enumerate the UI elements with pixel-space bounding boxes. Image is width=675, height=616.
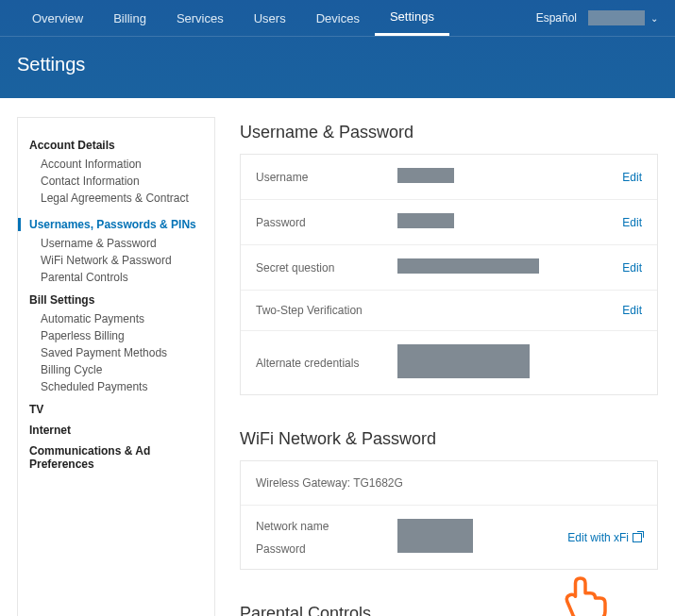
label-wireless-gateway: Wireless Gateway:: [256, 476, 350, 490]
edit-username-link[interactable]: Edit: [622, 171, 642, 184]
section-title-wifi: WiFi Network & Password: [240, 429, 658, 449]
sidebar-head-bill-settings[interactable]: Bill Settings: [29, 293, 203, 307]
label-password: Password: [256, 216, 397, 229]
user-name-redacted: [588, 10, 645, 25]
sidebar-link-wifi-network-password[interactable]: WiFi Network & Password: [29, 252, 203, 269]
value-username-redacted: [397, 168, 454, 183]
edit-password-link[interactable]: Edit: [622, 216, 642, 229]
value-wireless-gateway-model: TG1682G: [353, 476, 403, 490]
chevron-down-icon[interactable]: ⌄: [650, 13, 658, 24]
value-password-redacted: [397, 213, 454, 228]
sidebar-link-username-password[interactable]: Username & Password: [29, 235, 203, 252]
sidebar: Account Details Account Information Cont…: [17, 117, 215, 616]
sidebar-link-billing-cycle[interactable]: Billing Cycle: [29, 361, 203, 378]
label-wifi-password: Password: [256, 542, 397, 556]
page-title: Settings: [0, 37, 675, 98]
label-alternate-credentials: Alternate credentials: [256, 357, 397, 370]
sidebar-link-automatic-payments[interactable]: Automatic Payments: [29, 310, 203, 327]
edit-with-xfi-link[interactable]: Edit with xFi: [567, 531, 642, 544]
section-title-username-password: Username & Password: [240, 123, 658, 142]
sidebar-link-saved-payment-methods[interactable]: Saved Payment Methods: [29, 344, 203, 361]
external-link-icon: [633, 533, 642, 542]
label-network-name: Network name: [256, 520, 397, 533]
nav-overview[interactable]: Overview: [17, 2, 98, 35]
username-password-card: Username Edit Password Edit Secret quest…: [240, 154, 658, 395]
value-wifi-redacted: [397, 519, 473, 553]
nav-settings[interactable]: Settings: [375, 0, 449, 36]
sidebar-link-parental-controls[interactable]: Parental Controls: [29, 269, 203, 286]
label-username: Username: [256, 171, 397, 184]
edit-two-step-link[interactable]: Edit: [622, 304, 642, 317]
label-two-step-verification: Two-Step Verification: [256, 304, 397, 317]
sidebar-link-paperless-billing[interactable]: Paperless Billing: [29, 327, 203, 344]
nav-billing[interactable]: Billing: [98, 2, 161, 35]
nav-devices[interactable]: Devices: [301, 2, 375, 35]
sidebar-head-communications-ad-preferences[interactable]: Communications & Ad Preferences: [29, 444, 203, 471]
sidebar-link-legal-agreements[interactable]: Legal Agreements & Contract: [29, 190, 203, 207]
value-alternate-credentials-redacted: [397, 344, 530, 378]
sidebar-link-contact-information[interactable]: Contact Information: [29, 173, 203, 190]
sidebar-head-usernames-passwords-pins[interactable]: Usernames, Passwords & PINs: [29, 218, 203, 231]
section-title-parental-controls: Parental Controls: [240, 604, 658, 616]
wifi-card: Wireless Gateway: TG1682G Network name P…: [240, 460, 658, 570]
nav-users[interactable]: Users: [239, 2, 301, 35]
language-toggle[interactable]: Español: [531, 2, 582, 34]
sidebar-link-account-information[interactable]: Account Information: [29, 156, 203, 173]
sidebar-head-tv[interactable]: TV: [29, 403, 203, 416]
sidebar-link-scheduled-payments[interactable]: Scheduled Payments: [29, 378, 203, 395]
value-secret-question-redacted: [397, 258, 539, 274]
label-secret-question: Secret question: [256, 261, 397, 275]
edit-secret-question-link[interactable]: Edit: [622, 261, 642, 275]
nav-services[interactable]: Services: [161, 2, 239, 35]
sidebar-head-internet[interactable]: Internet: [29, 424, 203, 437]
top-nav: Overview Billing Services Users Devices …: [0, 0, 675, 37]
sidebar-head-account-details[interactable]: Account Details: [29, 139, 203, 152]
